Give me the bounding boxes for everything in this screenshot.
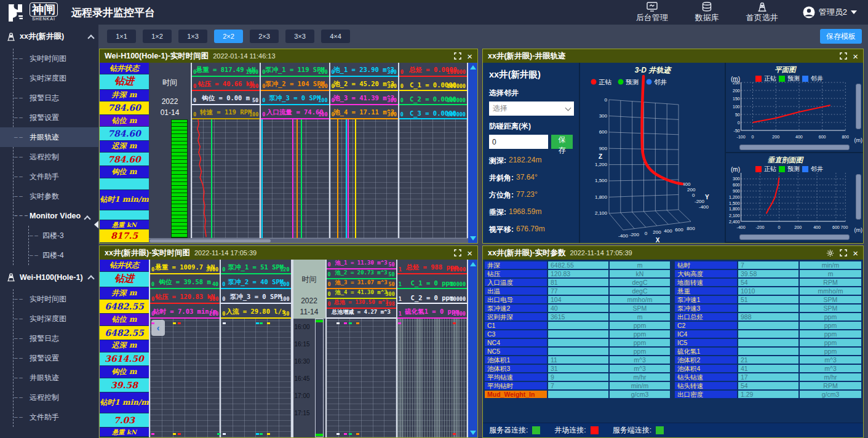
sidebar-item-alarm-log[interactable]: 报警日志 xyxy=(14,88,98,108)
horizontal-scrollbar[interactable] xyxy=(739,234,850,240)
scroll-up-icon[interactable] xyxy=(470,65,476,70)
param-label: 迟深 m xyxy=(100,340,149,352)
sidebar-item-camera-4f-3[interactable]: 四楼-3 xyxy=(29,226,98,245)
curve-header[interactable]: 0总烃 = 0.0000100000 xyxy=(399,63,467,77)
sidebar-item-realtime-depth-chart[interactable]: 实时深度图 xyxy=(14,68,98,88)
offset-well-select[interactable]: 选择 xyxy=(489,102,574,116)
sidebar-item-realtime-time-chart[interactable]: 实时时间图 xyxy=(14,49,98,68)
curve-header[interactable]: 0泵冲_2 = 104 SPM200 xyxy=(261,77,328,91)
curve-header[interactable]: 0泵冲_1 = 119 SPM200 xyxy=(261,63,328,77)
sidebar-item-well-trajectory-2[interactable]: 井眼轨迹 xyxy=(14,368,98,388)
sidebar-item-realtime-time-chart-2[interactable]: 实时时间图 xyxy=(14,289,98,309)
curve-header[interactable]: 0池_2 = 20.73 m^350 xyxy=(327,269,396,279)
curve-header[interactable]: 0池_3 = 41.39 m^3300 xyxy=(330,91,398,105)
scroll-up-icon[interactable] xyxy=(470,262,476,266)
curve-header[interactable]: 0钩位 = 39.58 m40 xyxy=(150,274,220,289)
sidebar-well-2-header[interactable]: Wei-H100(Hole-1) xyxy=(0,265,98,289)
scroll-down-icon[interactable] xyxy=(470,431,476,435)
vertical-scrollbar[interactable] xyxy=(468,63,477,243)
nav-home-well-select[interactable]: 首页选井 xyxy=(746,2,778,23)
nav-database[interactable]: 数据库 xyxy=(695,2,719,23)
gear-icon[interactable] xyxy=(826,249,834,257)
track-header-1: 0悬重 = 1009.7 kN3000 0钩位 = 39.58 m40 0钻压 … xyxy=(149,260,221,319)
panel-well-trajectory: xx井(新井眼)-井眼轨迹 × xx井(新井眼) 选择邻井 选择 防碰距离(米)… xyxy=(482,49,864,244)
close-icon[interactable]: × xyxy=(853,52,858,61)
expand-icon[interactable] xyxy=(840,52,847,60)
curve-header[interactable]: 0泵冲_3 = 0 SPM100 xyxy=(221,289,290,304)
curve-header[interactable]: 1C_1 = 0 ppm10000 xyxy=(397,274,467,289)
curve-header[interactable]: 0总池 = 130.50 m^3198 xyxy=(327,299,396,309)
sidebar-collapse-handle[interactable] xyxy=(94,220,98,229)
curve-header[interactable]: 0悬重 = 1009.7 kN3000 xyxy=(150,260,220,274)
sidebar-item-realtime-depth-chart-2[interactable]: 实时深度图 xyxy=(14,309,98,328)
curve-header[interactable]: 0泵冲_1 = 51 SPM120 xyxy=(221,260,290,274)
sidebar-item-alarm-settings[interactable]: 报警设置 xyxy=(14,108,98,127)
curve-header[interactable]: 0悬重 = 817.49 kN1000 xyxy=(192,63,260,77)
close-icon[interactable]: × xyxy=(853,249,858,258)
vertical-scrollbar[interactable] xyxy=(468,260,477,437)
close-icon[interactable]: × xyxy=(467,249,472,258)
horizontal-scrollbar[interactable] xyxy=(149,238,468,243)
curve-header[interactable]: 0钻时 = 7.03 min/m200 xyxy=(150,304,220,319)
layout-2x3-button[interactable]: 2×3 xyxy=(250,30,279,43)
sidebar-item-file-assistant[interactable]: 文件助手 xyxy=(14,167,98,186)
sidebar-item-realtime-params[interactable]: 实时参数 xyxy=(14,186,98,206)
vertical-scrollbar[interactable] xyxy=(856,174,861,220)
save-button[interactable]: 保存 xyxy=(551,135,573,149)
expand-icon[interactable] xyxy=(840,249,847,257)
curve-header[interactable]: 0转速 = 119 RPM100 xyxy=(192,105,260,119)
svg-text:0: 0 xyxy=(605,97,608,103)
curve-header[interactable]: 0泵冲_2 = 40 SPM100 xyxy=(221,274,290,289)
sidebar-item-alarm-log-2[interactable]: 报警日志 xyxy=(14,328,98,348)
curve-header[interactable]: 0C_3 = 0.0000100000 xyxy=(399,105,467,119)
layout-3x3-button[interactable]: 3×3 xyxy=(285,30,314,43)
layout-1x3-button[interactable]: 1×3 xyxy=(178,30,207,43)
save-template-button[interactable]: 保存模板 xyxy=(820,29,862,44)
anticollision-distance-input[interactable] xyxy=(489,135,548,149)
curve-header[interactable]: 0池_4 = 41.30 m^3300 xyxy=(327,289,396,299)
curve-header[interactable]: 0钩位 = 0.00 m50 xyxy=(192,91,260,105)
curve-header[interactable]: 0C_2 = 0.0000100000 xyxy=(399,91,467,105)
curve-header[interactable]: 1C_2 = 0 ppm10000 xyxy=(397,289,467,304)
panel-titlebar: Wei-H100(Hole-1)-实时时间图 2022-01-14 11:46:… xyxy=(100,49,477,63)
curve-header[interactable]: 总池增减 = 4.27 m^3 xyxy=(327,309,396,319)
sidebar-item-file-assistant-2[interactable]: 文件助手 xyxy=(14,407,98,427)
nav-backend-management[interactable]: 后台管理 xyxy=(636,2,668,23)
svg-text:200: 200 xyxy=(687,187,696,193)
vertical-scrollbar[interactable] xyxy=(856,84,861,129)
curve-header[interactable]: 0入流 = 29.80 l/s50 xyxy=(221,304,290,319)
derrick-icon xyxy=(6,31,16,42)
curve-header[interactable]: 1硫化氢1 = 0 ppm1000 xyxy=(397,304,467,319)
layout-1x2-button[interactable]: 1×2 xyxy=(143,30,172,43)
sidebar-well-1-header[interactable]: xx井(新井眼) xyxy=(0,25,98,49)
curve-header[interactable]: 0池_2 = 45.20 m^3300 xyxy=(330,77,398,91)
sidebar-item-remote-control[interactable]: 远程控制 xyxy=(14,147,98,167)
expand-icon[interactable] xyxy=(454,52,461,60)
expand-icon[interactable] xyxy=(454,249,461,257)
sidebar-item-well-trajectory[interactable]: 井眼轨迹 xyxy=(0,127,98,147)
table-row: 入口温度81degC地面转速54RPM xyxy=(484,278,862,287)
horizontal-scrollbar[interactable] xyxy=(739,145,850,150)
curve-header[interactable]: 0钻压 = 40.66 kN300 xyxy=(192,77,260,91)
svg-text:1,800: 1,800 xyxy=(729,207,740,212)
panel-timechart-xxwell: xx井(新井眼)-实时时间图 2022-11-14 17:05:39 × 钻井状… xyxy=(99,245,478,438)
curve-header[interactable]: 0泵冲_3 = 0 SPM100 xyxy=(261,91,328,105)
layout-1x1-button[interactable]: 1×1 xyxy=(107,30,136,43)
curve-header[interactable]: 0入口流量 = 74.60100 xyxy=(261,105,328,119)
close-icon[interactable]: × xyxy=(467,52,472,61)
sidebar-item-alarm-settings-2[interactable]: 报警设置 xyxy=(14,348,98,368)
scroll-down-icon[interactable] xyxy=(470,236,476,241)
curve-header[interactable]: 0C_1 = 0.0000100000 xyxy=(399,77,467,91)
curve-header[interactable]: 1总烃 = 988 ppm10000 xyxy=(397,260,467,274)
user-menu[interactable]: 管理员2 xyxy=(803,6,857,18)
layout-2x2-button[interactable]: 2×2 xyxy=(214,30,243,43)
curve-header[interactable]: 0池_3 = 31.07 m^350 xyxy=(327,279,396,289)
curve-header[interactable]: 0池_1 = 11.30 m^350 xyxy=(327,260,396,269)
curve-header[interactable]: 0钻压 = 120.83 kN500 xyxy=(150,289,220,304)
curve-header[interactable]: 0池_4 = 17.11 m^3300 xyxy=(330,105,398,119)
layout-4x4-button[interactable]: 4×4 xyxy=(321,30,350,43)
sidebar-item-camera-4f-4[interactable]: 四楼-4 xyxy=(29,245,98,265)
curve-header[interactable]: 0池_1 = 23.90 m^3300 xyxy=(330,63,398,77)
sidebar-item-monitor-video[interactable]: Monitor Video xyxy=(14,206,98,226)
sidebar-item-remote-control-2[interactable]: 远程控制 xyxy=(14,388,98,407)
